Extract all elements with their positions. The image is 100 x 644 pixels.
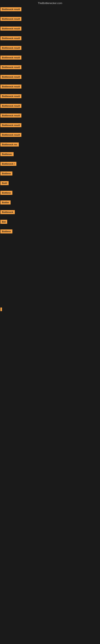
bottleneck-badge[interactable]: Bot <box>0 220 7 224</box>
list-item: Bottleneck result <box>0 6 100 15</box>
bottleneck-badge[interactable]: Bottleneck result <box>0 7 21 11</box>
bottleneck-badge[interactable]: Bottleneck result <box>0 46 21 50</box>
list-item <box>0 379 100 392</box>
bottleneck-badge[interactable]: Bottlenec <box>0 152 14 156</box>
bottleneck-badge[interactable]: Bottleneck <box>0 210 15 214</box>
list-item: Bot <box>0 218 100 228</box>
list-item <box>0 392 100 406</box>
list-item: Bottleneck <box>0 208 100 218</box>
bottleneck-badge[interactable]: Bottleneck result <box>0 94 21 98</box>
tiny-indicator <box>0 308 2 311</box>
bottleneck-badge[interactable]: Bottleneck result <box>0 104 21 108</box>
list-item: Bottleneck result <box>0 73 100 83</box>
site-title: TheBottlenecker.com <box>38 2 62 5</box>
list-item: Bottl <box>0 180 100 189</box>
list-item <box>0 278 100 292</box>
list-item: Bottleneck result <box>0 102 100 112</box>
bottleneck-badge[interactable]: Bottleneck r <box>0 162 16 166</box>
list-item: Bottleneck result <box>0 112 100 122</box>
bottleneck-badge[interactable]: Bottleneck result <box>0 114 21 118</box>
bottleneck-badge[interactable]: Bottleneck result <box>0 36 21 40</box>
list-item <box>0 265 100 278</box>
list-item: Bottlene <box>0 228 100 238</box>
list-item: Bottleneck result <box>0 122 100 131</box>
list-item: Bottleneck result <box>0 92 100 102</box>
list-item: Bottleneck result <box>0 64 100 73</box>
bottleneck-badge[interactable]: Bottleneck result <box>0 84 21 88</box>
list-item: Bottleneck result <box>0 15 100 25</box>
list-item: Bottler <box>0 199 100 208</box>
list-item <box>0 238 100 251</box>
bottleneck-badge[interactable]: Bottl <box>0 181 9 185</box>
bottleneck-badge[interactable]: Bottleneck res <box>0 142 19 146</box>
list-item <box>0 324 100 338</box>
list-item <box>0 338 100 352</box>
list-item: Bottleneck result <box>0 54 100 64</box>
bottleneck-badge[interactable]: Bottlene <box>0 230 12 234</box>
bottleneck-badge[interactable]: Bottlene <box>0 191 12 195</box>
list-item: Bottleneck result <box>0 83 100 92</box>
list-item <box>0 292 100 306</box>
bottleneck-badge[interactable]: Bottleneck result <box>0 133 21 137</box>
bottleneck-badge[interactable]: Bottleneck result <box>0 56 21 60</box>
bottleneck-badge[interactable]: Bottleneck result <box>0 26 21 30</box>
list-item: Bottleneck result <box>0 25 100 34</box>
list-item <box>0 365 100 379</box>
list-item: Bottlene <box>0 189 100 199</box>
bottleneck-badge[interactable]: Bottlene <box>0 172 12 176</box>
list-item: Bottleneck r <box>0 160 100 170</box>
list-item: Bottleneck result <box>0 34 100 44</box>
bottleneck-badge[interactable]: Bottleneck result <box>0 75 21 79</box>
bottleneck-badge[interactable]: Bottler <box>0 200 11 204</box>
page-wrapper: TheBottlenecker.com Bottleneck result Bo… <box>0 0 100 644</box>
list-item: Bottleneck result <box>0 44 100 54</box>
bottleneck-badge[interactable]: Bottleneck result <box>0 65 21 69</box>
list-item: Bottlene <box>0 170 100 180</box>
rows-container: Bottleneck result Bottleneck result Bott… <box>0 6 100 406</box>
site-header: TheBottlenecker.com <box>0 0 100 6</box>
list-item: Bottleneck result <box>0 131 100 141</box>
list-item: Bottlenec <box>0 150 100 160</box>
list-item <box>0 306 100 324</box>
list-item <box>0 352 100 365</box>
list-item <box>0 251 100 265</box>
bottleneck-badge[interactable]: Bottleneck result <box>0 17 21 21</box>
list-item: Bottleneck res <box>0 141 100 150</box>
bottleneck-badge[interactable]: Bottleneck result <box>0 123 21 127</box>
